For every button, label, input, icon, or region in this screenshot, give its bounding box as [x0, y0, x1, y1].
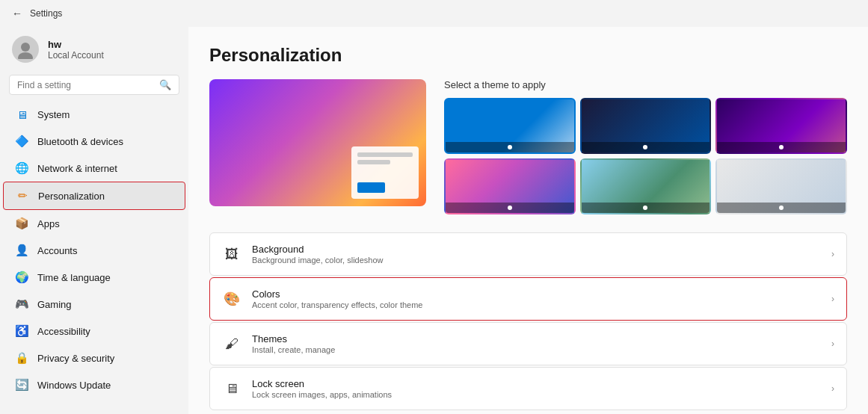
theme-dot-landscape [643, 206, 647, 210]
sidebar-item-privacy[interactable]: 🔒 Privacy & security [3, 345, 185, 371]
theme-section: Select a theme to apply [209, 79, 847, 214]
user-profile[interactable]: hw Local Account [0, 27, 188, 72]
settings-list: 🖼 Background Background image, color, sl… [209, 232, 847, 410]
theme-thumb-purple-dark[interactable] [715, 98, 847, 154]
sidebar-item-label: Gaming [37, 299, 72, 310]
page-title: Personalization [209, 45, 847, 66]
gaming-icon: 🎮 [15, 297, 28, 311]
main-content: Personalization Select a theme to apply … [188, 27, 868, 414]
sidebar-item-gaming[interactable]: 🎮 Gaming [3, 291, 185, 318]
network-icon: 🌐 [15, 161, 28, 175]
time-icon: 🌍 [15, 271, 28, 284]
sidebar-item-accessibility[interactable]: ♿ Accessibility [3, 318, 185, 345]
theme-taskbar-purple-dark [717, 142, 846, 152]
sidebar-item-system[interactable]: 🖥 System [3, 101, 185, 128]
sidebar-item-label: System [37, 109, 70, 120]
themes-label: Themes [252, 333, 821, 345]
themes-icon: 🖌 [222, 334, 241, 353]
theme-dot-colorful [508, 206, 512, 210]
sidebar-item-label: Network & internet [37, 163, 117, 174]
sidebar: hw Local Account 🔍 🖥 System 🔷 Bluetooth … [0, 27, 188, 414]
sidebar-item-label: Accounts [37, 245, 77, 256]
colors-icon: 🎨 [222, 289, 241, 309]
privacy-icon: 🔒 [15, 351, 28, 365]
sidebar-item-time[interactable]: 🌍 Time & language [3, 264, 185, 291]
theme-thumb-blue-dark[interactable] [580, 98, 712, 154]
sidebar-item-label: Accessibility [37, 326, 90, 337]
svg-point-0 [21, 43, 30, 52]
theme-grid [444, 98, 847, 214]
preview-button [357, 182, 385, 193]
colors-desc: Accent color, transparency effects, colo… [252, 300, 821, 309]
bluetooth-icon: 🔷 [15, 135, 28, 148]
theme-taskbar-colorful [446, 203, 574, 213]
background-label: Background [252, 244, 821, 255]
preview-line-1 [357, 152, 413, 157]
search-icon: 🔍 [159, 79, 171, 90]
app-title: Settings [30, 8, 62, 19]
theme-dot-purple-dark [779, 145, 784, 149]
theme-dot-white-clean [779, 206, 784, 210]
theme-taskbar-landscape [582, 203, 710, 213]
back-button[interactable]: ← [12, 7, 22, 19]
background-desc: Background image, color, slideshow [252, 256, 821, 265]
settings-item-colors[interactable]: 🎨 Colors Accent color, transparency effe… [209, 277, 847, 321]
themes-chevron: › [831, 339, 834, 349]
theme-picker: Select a theme to apply [444, 79, 847, 214]
update-icon: 🔄 [15, 378, 28, 392]
theme-thumb-landscape[interactable] [580, 158, 712, 214]
lockscreen-text: Lock screen Lock screen images, apps, an… [252, 378, 821, 399]
theme-taskbar-white-clean [717, 203, 846, 213]
lockscreen-label: Lock screen [252, 378, 821, 389]
nav-list: 🖥 System 🔷 Bluetooth & devices 🌐 Network… [0, 101, 188, 398]
colors-label: Colors [252, 288, 821, 300]
title-bar: ← Settings [0, 0, 868, 27]
sidebar-item-bluetooth[interactable]: 🔷 Bluetooth & devices [3, 128, 185, 155]
apps-icon: 📦 [15, 217, 28, 230]
search-box[interactable]: 🔍 [9, 75, 179, 95]
sidebar-item-label: Time & language [37, 272, 111, 283]
lockscreen-desc: Lock screen images, apps, animations [252, 390, 821, 399]
lockscreen-icon: 🖥 [222, 379, 241, 398]
lockscreen-chevron: › [831, 383, 834, 394]
search-input[interactable] [17, 80, 153, 90]
user-name: hw [48, 39, 104, 50]
app-body: hw Local Account 🔍 🖥 System 🔷 Bluetooth … [0, 27, 868, 414]
settings-item-themes[interactable]: 🖌 Themes Install, create, manage › [209, 322, 847, 365]
sidebar-item-apps[interactable]: 📦 Apps [3, 210, 185, 237]
system-icon: 🖥 [15, 108, 28, 121]
svg-point-1 [18, 52, 33, 59]
user-type: Local Account [48, 50, 104, 61]
theme-taskbar-blue-dark [582, 142, 710, 152]
settings-item-background[interactable]: 🖼 Background Background image, color, sl… [209, 232, 847, 276]
accessibility-icon: ♿ [15, 324, 28, 338]
theme-dot-blue-dark [643, 145, 647, 149]
background-icon: 🖼 [222, 244, 241, 264]
accounts-icon: 👤 [15, 244, 28, 257]
theme-taskbar-blue-light [446, 142, 574, 152]
colors-text: Colors Accent color, transparency effect… [252, 288, 821, 309]
user-info: hw Local Account [48, 39, 104, 61]
sidebar-item-network[interactable]: 🌐 Network & internet [3, 155, 185, 182]
theme-thumb-blue-light[interactable] [444, 98, 576, 154]
theme-thumb-colorful[interactable] [444, 158, 576, 214]
sidebar-item-accounts[interactable]: 👤 Accounts [3, 237, 185, 264]
colors-chevron: › [831, 294, 834, 304]
theme-picker-title: Select a theme to apply [444, 79, 847, 90]
background-text: Background Background image, color, slid… [252, 244, 821, 265]
sidebar-item-label: Bluetooth & devices [37, 136, 123, 147]
personalization-icon: ✏ [16, 189, 29, 203]
theme-thumb-white-clean[interactable] [715, 158, 847, 214]
preview-image [209, 79, 426, 206]
settings-item-lockscreen[interactable]: 🖥 Lock screen Lock screen images, apps, … [209, 367, 847, 410]
themes-desc: Install, create, manage [252, 345, 821, 354]
preview-line-2 [357, 160, 390, 164]
sidebar-item-personalization[interactable]: ✏ Personalization [3, 182, 185, 210]
sidebar-item-label: Windows Update [37, 380, 111, 391]
sidebar-item-label: Privacy & security [37, 353, 114, 364]
sidebar-item-label: Apps [37, 218, 60, 229]
themes-text: Themes Install, create, manage [252, 333, 821, 354]
sidebar-item-update[interactable]: 🔄 Windows Update [3, 371, 185, 398]
background-chevron: › [831, 249, 834, 259]
preview-overlay [351, 146, 419, 199]
